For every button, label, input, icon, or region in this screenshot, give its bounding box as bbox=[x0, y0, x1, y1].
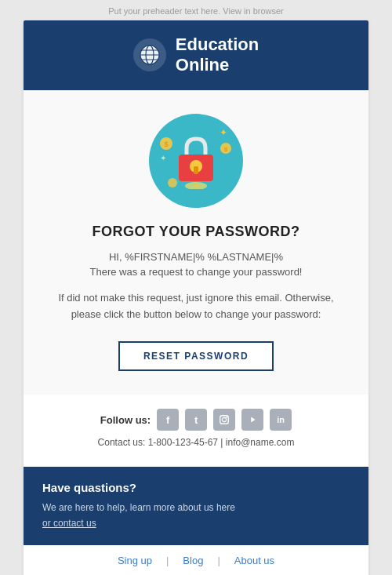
facebook-icon[interactable]: f bbox=[157, 409, 179, 431]
blue-section-body: We are here to help, learn more about us… bbox=[42, 500, 350, 530]
social-row: Follow us: f t in bbox=[39, 409, 353, 431]
svg-text:$: $ bbox=[224, 146, 228, 153]
linkedin-icon[interactable]: in bbox=[270, 409, 292, 431]
reset-password-button[interactable]: RESET PASSWORD bbox=[118, 341, 274, 371]
svg-text:$: $ bbox=[164, 140, 168, 148]
blue-section: Have quastions? We are here to help, lea… bbox=[24, 467, 368, 544]
lock-circle: $ $ ✦ ✦ bbox=[149, 114, 243, 208]
lock-decoration: $ $ ✦ ✦ bbox=[149, 114, 243, 208]
greeting-text: HI, %FIRSTNAME|% %LASTNAME|% bbox=[55, 251, 337, 263]
header-title: Education Online bbox=[176, 35, 259, 76]
contact-us-link[interactable]: or contact us bbox=[42, 518, 96, 529]
svg-marker-22 bbox=[251, 417, 255, 423]
main-content: $ $ ✦ ✦ bbox=[24, 90, 368, 395]
instructions-text: If did not make this request, just ignor… bbox=[55, 290, 337, 323]
twitter-icon[interactable]: t bbox=[185, 409, 207, 431]
instagram-icon[interactable] bbox=[213, 409, 235, 431]
svg-point-21 bbox=[226, 417, 227, 418]
svg-point-11 bbox=[168, 178, 177, 187]
email-header: Education Online bbox=[24, 20, 368, 90]
request-text: There was a request to change your passw… bbox=[55, 266, 337, 278]
contact-text: Contact us: 1-800-123-45-67 | info@name.… bbox=[39, 437, 353, 448]
signup-link[interactable]: Sing up bbox=[103, 555, 166, 566]
globe-icon bbox=[133, 38, 166, 71]
social-section: Follow us: f t in Contact us: 1-800-123-… bbox=[24, 395, 368, 467]
svg-point-20 bbox=[223, 418, 227, 422]
footer-links: Sing up | Blog | About us bbox=[24, 545, 368, 575]
svg-text:✦: ✦ bbox=[220, 127, 227, 138]
preheader-label: Put your preheader text here. View in br… bbox=[108, 6, 284, 16]
blue-section-title: Have quastions? bbox=[42, 481, 350, 494]
lock-illustration: $ $ ✦ ✦ bbox=[55, 114, 337, 208]
reset-button-wrapper: RESET PASSWORD bbox=[55, 341, 337, 371]
svg-text:✦: ✦ bbox=[160, 154, 166, 162]
follow-us-label: Follow us: bbox=[100, 414, 151, 426]
youtube-icon[interactable] bbox=[241, 409, 263, 431]
preheader-text: Put your preheader text here. View in br… bbox=[0, 0, 392, 20]
email-container: Education Online $ $ ✦ ✦ bbox=[24, 20, 368, 575]
forgot-title: FORGOT YOUR PASSWORD? bbox=[55, 224, 337, 240]
about-link[interactable]: About us bbox=[220, 555, 289, 566]
blog-link[interactable]: Blog bbox=[169, 555, 217, 566]
